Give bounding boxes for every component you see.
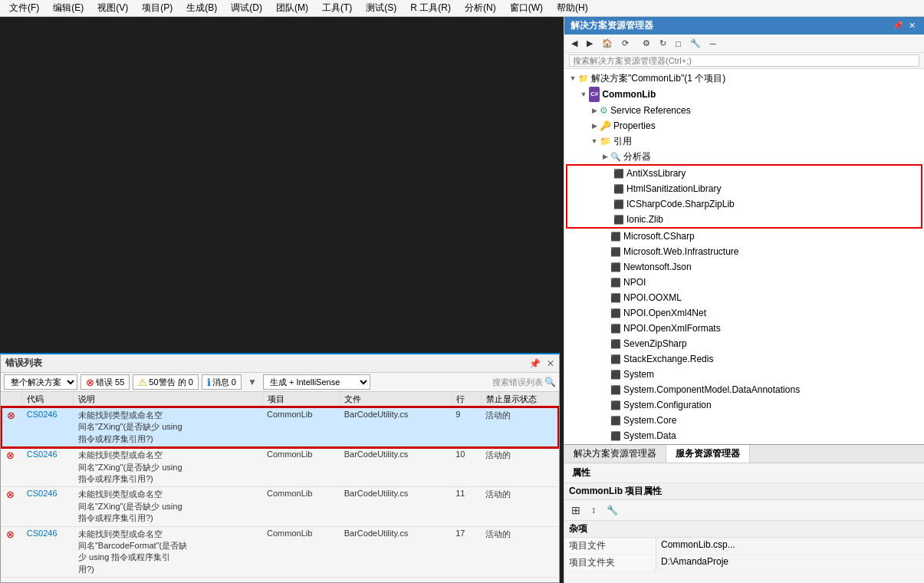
expand-icon: ▶ bbox=[600, 150, 610, 163]
menu-analyze[interactable]: 分析(N) bbox=[459, 0, 502, 16]
ref-sevenzipsharp[interactable]: ⬛ SevenZipSharp bbox=[564, 336, 924, 351]
ref-system-dataannotations[interactable]: ⬛ System.ComponentModel.DataAnnotations bbox=[564, 382, 924, 397]
project-label: CommonLib bbox=[602, 87, 656, 101]
ref-system-core[interactable]: ⬛ System.Core bbox=[564, 413, 924, 428]
ref-icon: ⬛ bbox=[610, 383, 621, 397]
tab-solution-explorer[interactable]: 解决方案资源管理器 bbox=[564, 445, 666, 463]
minus-btn[interactable]: ─ bbox=[706, 37, 720, 51]
ref-system-data-datasetextensions[interactable]: ⬛ System.Data.DataSetExtensions bbox=[564, 443, 924, 444]
error-pin-icon[interactable]: 📌 bbox=[529, 358, 541, 369]
prop-section-misc: 杂项 bbox=[564, 521, 924, 538]
editor-area: 错误列表 📌 ✕ 整个解决方案 ⊗ 错误 55 ⚠ bbox=[0, 17, 564, 583]
error-project: CommonLib bbox=[262, 447, 340, 487]
ref-icon: ⬛ bbox=[610, 398, 621, 412]
info-count-btn[interactable]: ℹ 消息 0 bbox=[202, 374, 242, 390]
error-code-link[interactable]: CS0246 bbox=[27, 410, 58, 419]
properties-tabs: 解决方案资源管理器 服务资源管理器 bbox=[564, 445, 924, 463]
prop-row-folder: 项目文件夹 D:\AmandaProje bbox=[564, 555, 924, 571]
error-code-link[interactable]: CS0246 bbox=[27, 450, 58, 459]
menu-test[interactable]: 测试(S) bbox=[360, 0, 403, 16]
ref-npoi-openxml4net[interactable]: ⬛ NPOI.OpenXml4Net bbox=[564, 305, 924, 321]
ref-ms-csharp[interactable]: ⬛ Microsoft.CSharp bbox=[564, 229, 924, 244]
nav-forward-btn[interactable]: ▶ bbox=[583, 36, 597, 51]
ref-htmlsanitization[interactable]: ⬛ HtmlSanitizationLibrary bbox=[567, 181, 921, 196]
col-code[interactable]: 代码 bbox=[22, 392, 74, 407]
table-row[interactable]: ⊗CS0246未能找到类型或命名空 间名"ZXing"(是否缺少 using 指… bbox=[2, 447, 558, 487]
ref-stackexchange[interactable]: ⬛ StackExchange.Redis bbox=[564, 351, 924, 367]
nav-back-btn[interactable]: ◀ bbox=[567, 36, 581, 51]
props-sort-btn[interactable]: ↕ bbox=[587, 502, 600, 518]
error-panel-controls: 📌 ✕ bbox=[529, 358, 554, 369]
ref-npoi[interactable]: ⬛ NPOI bbox=[564, 275, 924, 290]
ref-system-data[interactable]: ⬛ System.Data bbox=[564, 428, 924, 443]
menu-help[interactable]: 帮助(H) bbox=[551, 0, 594, 16]
error-code-link[interactable]: CS0246 bbox=[27, 489, 58, 498]
menu-build[interactable]: 生成(B) bbox=[180, 0, 223, 16]
build-dropdown[interactable]: 生成 + IntelliSense bbox=[263, 374, 370, 390]
tools-btn[interactable]: 🔧 bbox=[686, 36, 705, 51]
main-area: 错误列表 📌 ✕ 整个解决方案 ⊗ 错误 55 ⚠ bbox=[0, 17, 924, 583]
table-row[interactable]: ⊗CS0246未能找到类型或命名空 间名"ZXing"(是否缺少 using 指… bbox=[2, 487, 558, 526]
ref-icsharpcode[interactable]: ⬛ ICSharpCode.SharpZipLib bbox=[567, 196, 921, 212]
col-suppress[interactable]: 禁止显示状态 bbox=[481, 392, 558, 407]
error-line: 9 bbox=[451, 407, 481, 447]
props-settings-btn[interactable]: 🔧 bbox=[603, 502, 622, 518]
table-row[interactable]: ⊗CS0246未能找到类型或命名空 间名"ZXing"(是否缺少 using 指… bbox=[2, 407, 558, 447]
col-project[interactable]: 项目 bbox=[262, 392, 340, 407]
search-errors-icon[interactable]: 🔍 bbox=[544, 377, 556, 387]
home-btn[interactable]: 🏠 bbox=[598, 36, 617, 51]
menu-team[interactable]: 团队(M) bbox=[270, 0, 314, 16]
solution-root[interactable]: ▼ 📁 解决方案"CommonLib"(1 个项目) bbox=[564, 71, 924, 86]
menu-rtools[interactable]: R 工具(R) bbox=[404, 0, 457, 16]
ref-newtonsoft[interactable]: ⬛ Newtonsoft.Json bbox=[564, 259, 924, 275]
ref-icon: ⬛ bbox=[610, 229, 621, 243]
close-btn[interactable]: ✕ bbox=[906, 20, 918, 32]
menu-file[interactable]: 文件(F) bbox=[3, 0, 45, 16]
references-label: 引用 bbox=[613, 134, 632, 148]
error-code-link[interactable]: CS0246 bbox=[27, 529, 58, 538]
table-row[interactable]: ⊗CS0246未能找到类型或命名空 间名"BarcodeFormat"(是否缺 … bbox=[2, 526, 558, 578]
prop-value-folder: D:\AmandaProje bbox=[656, 555, 924, 571]
menu-tools[interactable]: 工具(T) bbox=[316, 0, 358, 16]
col-file[interactable]: 文件 bbox=[340, 392, 451, 407]
analyzer-item[interactable]: ▶ 🔍 分析器 bbox=[564, 149, 924, 164]
ref-icon: ⬛ bbox=[610, 367, 621, 381]
error-project: CommonLib bbox=[262, 487, 340, 526]
search-input[interactable] bbox=[569, 54, 919, 67]
warning-count-btn[interactable]: ⚠ 50警告 的 0 bbox=[133, 374, 198, 390]
ref-npoi-ooxml[interactable]: ⬛ NPOI.OOXML bbox=[564, 290, 924, 305]
sync-btn[interactable]: ⟳ bbox=[618, 36, 633, 51]
error-count-btn[interactable]: ⊗ 错误 55 bbox=[81, 374, 130, 390]
error-close-icon[interactable]: ✕ bbox=[547, 358, 554, 369]
ref-system-configuration[interactable]: ⬛ System.Configuration bbox=[564, 397, 924, 413]
scope-dropdown[interactable]: 整个解决方案 bbox=[4, 374, 77, 390]
prop-key-folder: 项目文件夹 bbox=[564, 555, 656, 571]
expand-btn[interactable]: □ bbox=[672, 37, 685, 51]
error-panel-header: 错误列表 📌 ✕ bbox=[1, 354, 559, 373]
menu-debug[interactable]: 调试(D) bbox=[225, 0, 268, 16]
ref-system-configuration-label: System.Configuration bbox=[623, 398, 712, 412]
menu-view[interactable]: 视图(V) bbox=[91, 0, 134, 16]
refresh-btn[interactable]: ↻ bbox=[656, 36, 670, 51]
ref-ionic-zlib[interactable]: ⬛ Ionic.Zlib bbox=[567, 212, 921, 227]
props-grid-btn[interactable]: ⊞ bbox=[567, 502, 584, 519]
tab-service-explorer[interactable]: 服务资源管理器 bbox=[666, 445, 750, 463]
ref-antixss[interactable]: ⬛ AntiXssLibrary bbox=[567, 166, 921, 181]
menu-edit[interactable]: 编辑(E) bbox=[47, 0, 90, 16]
project-commonlib[interactable]: ▼ C# CommonLib bbox=[564, 86, 924, 103]
menu-window[interactable]: 窗口(W) bbox=[504, 0, 549, 16]
filter-icon[interactable]: ▼ bbox=[245, 377, 260, 387]
pin-btn[interactable]: 📌 bbox=[892, 20, 904, 32]
ref-icon: ⬛ bbox=[610, 291, 621, 305]
service-references[interactable]: ▶ ⚙ Service References bbox=[564, 103, 924, 118]
menu-project[interactable]: 项目(P) bbox=[136, 0, 179, 16]
table-header-row: 代码 说明 项目 文件 行 禁止显示状态 bbox=[2, 392, 558, 407]
settings-btn[interactable]: ⚙ bbox=[639, 36, 654, 51]
ref-ms-web-infra[interactable]: ⬛ Microsoft.Web.Infrastructure bbox=[564, 244, 924, 259]
properties-item[interactable]: ▶ 🔑 Properties bbox=[564, 118, 924, 133]
col-line[interactable]: 行 bbox=[451, 392, 481, 407]
ref-npoi-openxmlformats[interactable]: ⬛ NPOI.OpenXmlFormats bbox=[564, 321, 924, 336]
col-desc[interactable]: 说明 bbox=[74, 392, 262, 407]
references-folder[interactable]: ▼ 📁 引用 bbox=[564, 133, 924, 149]
ref-system[interactable]: ⬛ System bbox=[564, 367, 924, 382]
